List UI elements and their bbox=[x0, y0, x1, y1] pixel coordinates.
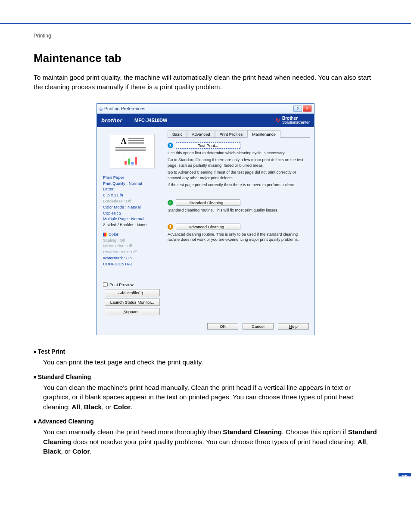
page-title: Maintenance tab bbox=[34, 52, 377, 65]
callout-3-badge: 3 bbox=[168, 224, 173, 230]
dialog-footer: OK Cancel Help bbox=[97, 320, 314, 335]
callout-1-badge: 1 bbox=[168, 143, 173, 148]
page-preview-thumbnail: A bbox=[110, 134, 155, 168]
setting-media: Plain Paper bbox=[103, 174, 162, 180]
std-opt-all: All bbox=[72, 403, 80, 411]
close-window-button[interactable]: ✕ bbox=[303, 106, 311, 112]
setting-color-mode: Color Mode : Natural bbox=[103, 204, 162, 210]
std-opt-color: Color bbox=[113, 403, 131, 411]
adv-strong-1: Standard Cleaning bbox=[223, 428, 282, 436]
intro-paragraph: To maintain good print quality, the mach… bbox=[34, 73, 377, 92]
setting-borderless: Borderless : Off bbox=[103, 198, 162, 204]
setting-2sided: 2-sided / Booklet : None bbox=[103, 222, 162, 228]
help-window-button[interactable]: ? bbox=[293, 106, 302, 112]
color-bars-icon bbox=[103, 233, 107, 236]
standard-cleaning-desc: Standard cleaning routine. This will fix… bbox=[168, 208, 310, 213]
solutions-center-icon: ↻ bbox=[275, 117, 280, 123]
solutions-center-link[interactable]: ↻ BrotherSolutionsCenter bbox=[275, 116, 310, 124]
tab-print-profiles[interactable]: Print Profiles bbox=[215, 131, 248, 137]
setting-watermark: Watermark : On CONFIDENTIAL bbox=[103, 255, 162, 267]
advanced-cleaning-desc: Advanced cleaning routine. This is only … bbox=[168, 232, 310, 243]
test-print-desc-4: If the test page printed correctly then … bbox=[168, 182, 310, 187]
setting-quality: Print Quality : Normal bbox=[103, 180, 162, 187]
tab-advanced[interactable]: Advanced bbox=[187, 131, 215, 137]
support-button[interactable]: Support... bbox=[105, 308, 160, 315]
test-print-button[interactable]: Test Print... bbox=[176, 142, 240, 149]
dialog-titlebar: ⎙ Printing Preferences ? ✕ bbox=[97, 104, 314, 114]
printer-icon: ⎙ bbox=[100, 106, 103, 111]
setting-color: Color bbox=[103, 231, 162, 237]
adv-opt-all: All bbox=[358, 438, 366, 445]
ok-button[interactable]: OK bbox=[207, 323, 238, 330]
launch-status-monitor-button[interactable]: Launch Status Monitor... bbox=[105, 299, 160, 306]
printing-preferences-dialog: ⎙ Printing Preferences ? ✕ brother MFC-J… bbox=[97, 103, 314, 335]
bullet-standard-cleaning-heading: Standard Cleaning bbox=[34, 373, 377, 380]
page-number: 29 bbox=[399, 473, 411, 476]
bullet-advanced-cleaning-heading: Advanced Cleaning bbox=[34, 418, 377, 425]
setting-multipage: Multiple Page : Normal bbox=[103, 216, 162, 222]
dialog-left-panel: A Plain Paper Print Quality : Normal Let… bbox=[97, 127, 166, 320]
setting-size-dim: 8 ½ x 11 in bbox=[103, 192, 162, 198]
setting-copies: Copies : 2 bbox=[103, 210, 162, 216]
tab-basic[interactable]: Basic bbox=[168, 131, 187, 137]
setting-scaling: Scaling : Off bbox=[103, 237, 162, 243]
document-top-bar bbox=[0, 0, 411, 24]
help-button[interactable]: Help bbox=[278, 323, 309, 330]
test-print-desc-3: Go to Advanced Cleaning if most of the t… bbox=[168, 170, 310, 180]
bullet-standard-cleaning-body: You can clean the machine's print head m… bbox=[43, 383, 377, 412]
test-print-desc-2: Go to Standard Cleaning if there are onl… bbox=[168, 157, 310, 168]
test-print-desc-1: Use this option first to determine which… bbox=[168, 150, 310, 156]
dialog-title: Printing Preferences bbox=[104, 106, 145, 111]
print-preview-checkbox[interactable] bbox=[103, 282, 108, 287]
printer-model: MFC-J4510DW bbox=[134, 118, 167, 123]
add-profile-button[interactable]: Add Profile(J)... bbox=[105, 289, 160, 296]
adv-opt-black: Black bbox=[43, 448, 61, 455]
cancel-button[interactable]: Cancel bbox=[243, 323, 274, 330]
breadcrumb: Printing bbox=[34, 33, 377, 39]
bullet-advanced-cleaning-body: You can manually clean the print head mo… bbox=[43, 427, 377, 456]
print-preview-checkbox-row[interactable]: Print Preview bbox=[103, 282, 162, 287]
tab-maintenance[interactable]: Maintenance bbox=[247, 130, 280, 138]
adv-opt-color: Color bbox=[72, 448, 90, 455]
solutions-center-line2: SolutionsCenter bbox=[282, 120, 310, 124]
callout-2-badge: 2 bbox=[168, 200, 173, 205]
brother-logo: brother bbox=[101, 117, 122, 124]
setting-mirror: Mirror Print : Off bbox=[103, 243, 162, 249]
bullet-test-print-body: You can print the test page and check th… bbox=[43, 358, 377, 367]
std-opt-black: Black bbox=[84, 403, 102, 411]
adv-body-pre: You can manually clean the print head mo… bbox=[43, 428, 223, 436]
standard-cleaning-button[interactable]: Standard Cleaning... bbox=[176, 199, 240, 206]
support-button-label: upport... bbox=[126, 309, 141, 314]
setting-size-name: Letter bbox=[103, 186, 162, 192]
setting-reverse: Reverse Print : Off bbox=[103, 249, 162, 255]
brand-bar: brother MFC-J4510DW ↻ BrotherSolutionsCe… bbox=[97, 114, 314, 127]
bullet-test-print-heading: Test Print bbox=[34, 348, 377, 355]
print-preview-label: Print Preview bbox=[109, 282, 134, 287]
dialog-tabs: Basic Advanced Print Profiles Maintenanc… bbox=[168, 130, 310, 138]
advanced-cleaning-button[interactable]: Advanced Cleaning... bbox=[176, 224, 240, 230]
